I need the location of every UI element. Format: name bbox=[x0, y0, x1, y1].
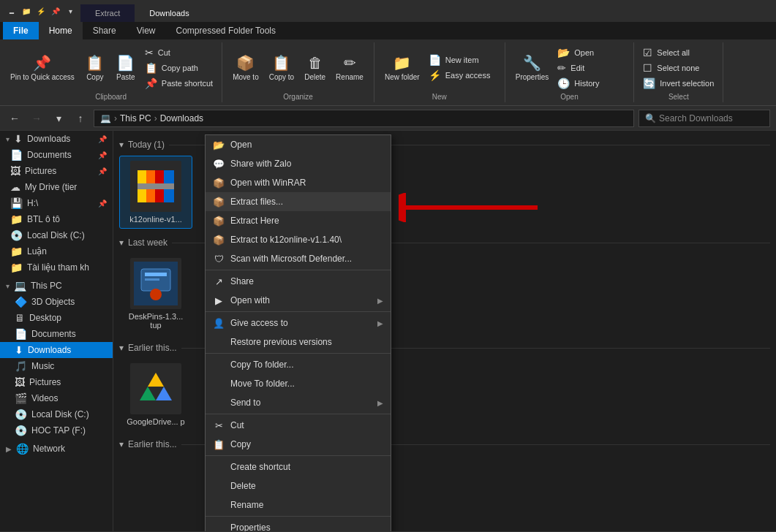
select-none-button[interactable]: ☐ Select none bbox=[640, 61, 717, 75]
sidebar-item-pictures-sub[interactable]: 🖼 Pictures bbox=[0, 374, 113, 390]
new-folder-button[interactable]: 📁 New folder bbox=[380, 46, 424, 90]
window-controls[interactable]: 🗕 📁 ⚡ 📌 ▾ bbox=[6, 5, 76, 17]
sidebar-item-videos[interactable]: 🎬 Videos bbox=[0, 390, 113, 406]
rename-label: Rename bbox=[336, 73, 363, 81]
luan-label: Luận bbox=[27, 246, 47, 256]
local-c-pin-label: Local Disk (C:) bbox=[27, 230, 85, 240]
hoctap-icon: 💿 bbox=[15, 425, 27, 436]
history-button[interactable]: 🕒 History bbox=[554, 76, 628, 91]
desktop-label: Desktop bbox=[29, 313, 61, 323]
ctx-properties[interactable]: Properties bbox=[206, 518, 391, 531]
forward-button[interactable]: → bbox=[28, 110, 45, 127]
sidebar-item-downloads-pinned[interactable]: ▾ ⬇ Downloads 📌 bbox=[0, 131, 113, 147]
sidebar-item-documents-pinned[interactable]: 📄 Documents 📌 bbox=[0, 147, 113, 163]
ctx-sendto-label: Send to bbox=[230, 398, 260, 408]
open-button[interactable]: 📂 Open bbox=[554, 45, 628, 60]
sidebar-item-desktop[interactable]: 🖥 Desktop bbox=[0, 310, 113, 326]
paste-shortcut-button[interactable]: 📌 Paste shortcut bbox=[142, 76, 216, 91]
recent-button[interactable]: ▾ bbox=[50, 110, 67, 127]
ctx-extract-here[interactable]: 📦 Extract Here bbox=[206, 211, 391, 230]
sidebar-item-luan[interactable]: 📁 Luận bbox=[0, 243, 113, 259]
dropdown-icon[interactable]: ▾ bbox=[64, 5, 76, 17]
ctx-restore[interactable]: Restore previous versions bbox=[206, 332, 391, 352]
sidebar-item-downloads-sub[interactable]: ⬇ Downloads bbox=[0, 342, 113, 358]
new-item-icon: 📄 bbox=[429, 54, 441, 66]
ctx-scan[interactable]: 🛡 Scan with Microsoft Defender... bbox=[206, 249, 391, 268]
sidebar-item-pictures-pinned[interactable]: 🖼 Pictures 📌 bbox=[0, 163, 113, 179]
ctx-share[interactable]: ↗ Share bbox=[206, 272, 391, 291]
sidebar-item-local-c-sub[interactable]: 💿 Local Disk (C:) bbox=[0, 406, 113, 422]
easy-access-button[interactable]: ⚡ Easy access bbox=[426, 68, 499, 83]
select-all-label: Select all bbox=[657, 48, 690, 57]
file-k12online[interactable]: k12online-v1... bbox=[119, 156, 192, 229]
ctx-send-to[interactable]: Send to ▶ bbox=[206, 393, 391, 412]
path-thispc[interactable]: This PC bbox=[120, 113, 151, 123]
properties-button[interactable]: 🔧 Properties bbox=[511, 46, 554, 90]
ctx-rename[interactable]: Rename bbox=[206, 495, 391, 514]
ctx-openwith-label: Open with bbox=[230, 295, 270, 305]
ctx-share-zalo[interactable]: 💬 Share with Zalo bbox=[206, 154, 391, 173]
tab-compressed[interactable]: Compressed Folder Tools bbox=[166, 22, 287, 39]
file-gdrive[interactable]: GoogleDrive... p bbox=[119, 359, 192, 430]
cut-button[interactable]: ✂ Cut bbox=[142, 45, 216, 60]
copy-path-button[interactable]: 📋 Copy path bbox=[142, 61, 216, 75]
file-deskpins[interactable]: DeskPins-1.3... tup bbox=[119, 254, 192, 334]
sidebar-item-tailieu[interactable]: 📁 Tài liệu tham kh bbox=[0, 259, 113, 276]
pin-quick-access-button[interactable]: 📌 Pin to Quick access bbox=[6, 46, 79, 90]
ctx-restore-label: Restore previous versions bbox=[230, 337, 332, 347]
move-to-button[interactable]: 📦 Move to bbox=[228, 46, 263, 90]
ctx-copy-label: Copy bbox=[230, 439, 251, 449]
sidebar-item-3d[interactable]: 🔷 3D Objects bbox=[0, 294, 113, 310]
path-downloads[interactable]: Downloads bbox=[160, 113, 203, 123]
select-all-button[interactable]: ☑ Select all bbox=[640, 45, 717, 60]
ctx-extract-files[interactable]: 📦 Extract files... bbox=[206, 192, 391, 211]
path-icon: 💻 bbox=[100, 113, 111, 123]
sidebar-item-music[interactable]: 🎵 Music bbox=[0, 358, 113, 374]
ctx-open-winrar[interactable]: 📦 Open with WinRAR bbox=[206, 173, 391, 192]
paste-button[interactable]: 📄 Paste bbox=[111, 46, 140, 90]
search-box[interactable]: 🔍 Search Downloads bbox=[638, 110, 770, 127]
sidebar-item-documents-sub[interactable]: 📄 Documents bbox=[0, 326, 113, 342]
sidebar-item-btl[interactable]: 📁 BTL ô tô bbox=[0, 211, 113, 227]
tab-extract[interactable]: Extract bbox=[80, 4, 135, 22]
music-icon: 🎵 bbox=[15, 360, 27, 372]
ctx-move-to[interactable]: Move To folder... bbox=[206, 374, 391, 393]
sidebar-item-mydrive[interactable]: ☁ My Drive (tier bbox=[0, 179, 113, 195]
ctx-copy[interactable]: 📋 Copy bbox=[206, 435, 391, 454]
new-item-button[interactable]: 📄 New item bbox=[426, 53, 499, 67]
rename-button[interactable]: ✏ Rename bbox=[331, 46, 368, 90]
tab-share[interactable]: Share bbox=[83, 22, 127, 39]
up-button[interactable]: ↑ bbox=[72, 110, 89, 127]
ctx-delete[interactable]: Delete bbox=[206, 476, 391, 495]
tab-file[interactable]: File bbox=[3, 22, 39, 39]
ctx-winrar-icon: 📦 bbox=[213, 177, 225, 189]
move-icon: 📦 bbox=[236, 54, 255, 72]
sidebar-item-hoctap[interactable]: 💿 HOC TAP (F:) bbox=[0, 422, 113, 438]
copy-button[interactable]: 📋 Copy bbox=[80, 46, 110, 90]
open-items: 🔧 Properties 📂 Open ✏ Edit 🕒 History bbox=[511, 42, 628, 93]
copy-to-button[interactable]: 📋 Copy to bbox=[265, 46, 298, 90]
ctx-give-access[interactable]: 👤 Give access to ▶ bbox=[206, 314, 391, 332]
sidebar-item-h[interactable]: 💾 H:\ 📌 bbox=[0, 195, 113, 211]
tab-view[interactable]: View bbox=[127, 22, 166, 39]
sidebar-item-network[interactable]: ▶ 🌐 Network bbox=[0, 438, 113, 457]
documents-pin-label: Documents bbox=[27, 150, 72, 160]
back-button[interactable]: ← bbox=[6, 110, 23, 127]
address-path[interactable]: 💻 › This PC › Downloads bbox=[94, 110, 634, 127]
invert-selection-button[interactable]: 🔄 Invert selection bbox=[640, 76, 717, 91]
minimize-icon[interactable]: 🗕 bbox=[6, 5, 18, 17]
sidebar-item-local-c-pin[interactable]: 💿 Local Disk (C:) bbox=[0, 227, 113, 243]
tab-downloads[interactable]: Downloads bbox=[135, 4, 203, 22]
ctx-copy-to[interactable]: Copy To folder... bbox=[206, 355, 391, 374]
ctx-extract-to[interactable]: 📦 Extract to k12online-v1.1.40\ bbox=[206, 230, 391, 249]
ctx-cut[interactable]: ✂ Cut bbox=[206, 416, 391, 435]
delete-button[interactable]: 🗑 Delete bbox=[300, 46, 330, 90]
paste-shortcut-label: Paste shortcut bbox=[162, 79, 213, 88]
tab-home[interactable]: Home bbox=[39, 22, 83, 39]
sidebar-item-thispc[interactable]: ▾ 💻 This PC bbox=[0, 276, 113, 294]
ctx-open[interactable]: 📂 Open bbox=[206, 135, 391, 154]
thispc-icon: 💻 bbox=[14, 280, 26, 292]
edit-button[interactable]: ✏ Edit bbox=[554, 61, 628, 75]
ctx-create-shortcut[interactable]: Create shortcut bbox=[206, 457, 391, 476]
ctx-open-with[interactable]: ▶ Open with ▶ bbox=[206, 291, 391, 310]
